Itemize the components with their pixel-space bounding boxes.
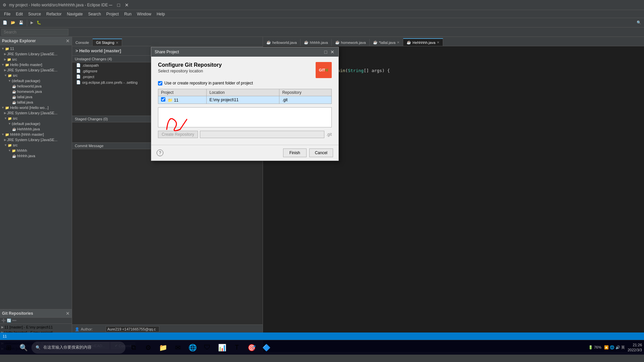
- eclipse-icon: ⚙: [145, 344, 151, 352]
- maximize-button[interactable]: □: [116, 2, 121, 8]
- eclipse-taskbar-button[interactable]: ⚙: [142, 341, 155, 354]
- dialog-body: Configure Git Repository Select reposito…: [151, 57, 338, 145]
- search-button-taskbar[interactable]: 🔍: [17, 341, 30, 354]
- tree-label: lalllal.java: [17, 100, 33, 104]
- git-repos-close[interactable]: ✕: [66, 311, 70, 316]
- start-button[interactable]: ⊞: [2, 341, 15, 354]
- tree-item-hhhhh-java[interactable]: ☕ hhhhh.java: [0, 153, 72, 159]
- app5-taskbar-button[interactable]: 🛡: [201, 341, 214, 354]
- editor-tab-hehhhhh[interactable]: ☕ Hehhhhh.java ✕: [403, 38, 443, 46]
- tree-item-src3[interactable]: ▼ 📁 src: [0, 116, 72, 121]
- row-checkbox[interactable]: [161, 97, 165, 102]
- app8-taskbar-button[interactable]: 🎯: [245, 341, 258, 354]
- finish-button[interactable]: Finish: [283, 148, 307, 157]
- tree-item-helloworld[interactable]: ☕ helloworld.java: [0, 83, 72, 89]
- tree-item-hehhhhh[interactable]: ☕ Hehhhhh.java: [0, 126, 72, 132]
- toolbar-debug[interactable]: 🐛: [35, 20, 43, 25]
- title-bar-controls: ─ □ ✕: [108, 2, 129, 8]
- tree-item-11[interactable]: ▼ 📁 11: [0, 46, 72, 51]
- menu-source[interactable]: Source: [25, 11, 44, 17]
- menu-file[interactable]: File: [1, 11, 13, 17]
- tree-label: src: [12, 57, 17, 61]
- mail-taskbar-button[interactable]: ✉: [171, 341, 184, 354]
- tree-item-src2[interactable]: ▼ 📁 src: [0, 73, 72, 78]
- tab-console[interactable]: Console: [72, 39, 93, 46]
- tree-item-default-pkg2[interactable]: ▼ (default package): [0, 121, 72, 126]
- author-input[interactable]: [106, 326, 159, 332]
- menu-search[interactable]: Search: [86, 11, 104, 17]
- arrow-icon: ▼: [8, 79, 11, 82]
- tree-item-default-pkg[interactable]: ▼ (default package): [0, 78, 72, 83]
- use-create-repo-checkbox[interactable]: [158, 81, 162, 85]
- tree-label: 11: [10, 47, 14, 51]
- minimize-button[interactable]: ─: [108, 2, 113, 8]
- browser-taskbar-button[interactable]: 🌐: [186, 341, 199, 354]
- table-row[interactable]: 📁 11 E:\my project\11 .git: [158, 96, 332, 104]
- tab-git-staging[interactable]: Git Staging ✕: [93, 39, 122, 46]
- menu-refactor[interactable]: Refactor: [44, 11, 64, 17]
- close-button[interactable]: ✕: [124, 2, 129, 8]
- typora-taskbar-button[interactable]: T: [230, 341, 244, 354]
- mail-icon: ✉: [175, 344, 181, 352]
- package-explorer-close[interactable]: ✕: [66, 38, 70, 44]
- tree-item-helloworld-proj[interactable]: ▼ 📁 Hello world [Hello wo...]: [0, 105, 72, 110]
- tree-item-jre1[interactable]: ▶ JRE System Library [JavaSE...: [0, 51, 72, 57]
- toolbar-open[interactable]: 📂: [9, 20, 17, 25]
- tree-item-lalllal[interactable]: ☕ lalllal.java: [0, 100, 72, 105]
- toolbar-run[interactable]: ▶: [29, 20, 35, 25]
- git-remove-icon[interactable]: ➖: [12, 318, 17, 323]
- app9-taskbar-button[interactable]: 🔷: [260, 341, 273, 354]
- tree-item-hello[interactable]: ▼ 📁 Hello [Hello master]: [0, 62, 72, 67]
- dialog-close-button[interactable]: ✕: [330, 49, 335, 55]
- editor-tab-homework[interactable]: ☕ homework.java: [332, 39, 370, 46]
- taskbar-search-box[interactable]: 🔍 在这里输入你要搜索的内容: [32, 342, 125, 354]
- table-header-location: Location: [207, 89, 279, 96]
- editor-tab-lallal[interactable]: ☕ *lallal.java ✕: [370, 39, 404, 46]
- git-staging-tab-close[interactable]: ✕: [116, 41, 118, 45]
- help-button[interactable]: ?: [157, 149, 163, 156]
- menu-edit[interactable]: Edit: [13, 11, 25, 17]
- editor-tab-helloworld[interactable]: ☕ helloworld.java: [263, 39, 301, 46]
- files-taskbar-button[interactable]: 📁: [156, 341, 170, 354]
- app6-taskbar-button[interactable]: 📊: [215, 341, 229, 354]
- menu-navigate[interactable]: Navigate: [64, 11, 85, 17]
- tree-item-hhhhh-proj[interactable]: ▼ 📁 hhhhh [hhhh master]: [0, 132, 72, 137]
- task-view-button[interactable]: ⧉: [127, 341, 140, 354]
- table-cell-location: E:\my project\11: [207, 96, 279, 104]
- git-add-icon[interactable]: ➕: [1, 318, 6, 323]
- java-file-icon: ☕: [304, 40, 309, 45]
- menu-help[interactable]: Help: [154, 11, 168, 17]
- tree-item-jre3[interactable]: ▶ JRE System Library [JavaSE...: [0, 110, 72, 116]
- time-display: 21:26: [628, 343, 642, 347]
- arrow-icon: ▶: [4, 68, 6, 72]
- git-repo-11[interactable]: ▶ 11 [master] - E:\my project\11: [0, 324, 72, 330]
- git-refresh-icon[interactable]: 🔄: [7, 318, 11, 323]
- tab-close-lallal[interactable]: ✕: [397, 41, 399, 44]
- search-input[interactable]: [1, 29, 68, 36]
- dialog-maximize-button[interactable]: □: [323, 49, 328, 55]
- menu-run[interactable]: Run: [121, 11, 134, 17]
- create-repo-input[interactable]: [200, 131, 324, 138]
- toolbar-save[interactable]: 💾: [17, 20, 25, 25]
- package-explorer-header: Package Explorer ✕: [0, 37, 72, 45]
- tree-item-src4[interactable]: ▼ 📁 src: [0, 142, 72, 148]
- tree-item-jre2[interactable]: ▶ JRE System Library [JavaSE...: [0, 67, 72, 73]
- status-left: 11: [3, 334, 7, 338]
- cancel-button[interactable]: Cancel: [309, 148, 333, 157]
- author-label: Author:: [81, 327, 104, 331]
- tree-item-jre4[interactable]: ▶ JRE System Library [JavaSE...: [0, 137, 72, 142]
- project-icon-cell: 📁: [168, 98, 173, 103]
- tree-item-src1[interactable]: ▶ 📁 src: [0, 57, 72, 62]
- tab-close-hehhhhh[interactable]: ✕: [437, 41, 439, 44]
- dialog-footer: ? Finish Cancel: [151, 145, 338, 161]
- menu-window[interactable]: Window: [134, 11, 154, 17]
- toolbar-search-icon[interactable]: 🔍: [635, 20, 643, 25]
- toolbar-new[interactable]: 📄: [1, 20, 9, 25]
- menu-project[interactable]: Project: [104, 11, 121, 17]
- tree-item-homework[interactable]: ☕ homework.java: [0, 89, 72, 94]
- tree-item-lallal[interactable]: ☕ lallal.java: [0, 94, 72, 100]
- tree-label: Hello [Hello master]: [10, 63, 42, 67]
- editor-tabs: ☕ helloworld.java ☕ hhhhh.java ☕ homewor…: [263, 37, 644, 46]
- tree-item-hhhhh-folder[interactable]: ▼ 📁 hhhhh: [0, 148, 72, 153]
- editor-tab-hhhhh[interactable]: ☕ hhhhh.java: [301, 39, 332, 46]
